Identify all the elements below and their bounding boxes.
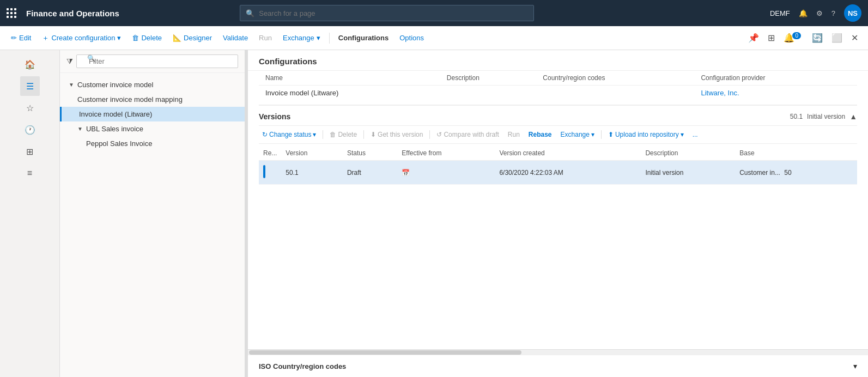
upload-repository-button[interactable]: ⬆ Upload into repository ▾	[605, 129, 687, 140]
description-cell: Initial version	[641, 161, 735, 185]
ver-sep3	[429, 130, 430, 139]
exchange-version-button[interactable]: Exchange ▾	[557, 129, 598, 140]
tree-root[interactable]: ▼ Customer invoice model	[60, 77, 245, 92]
edit-button[interactable]: ✏ Edit	[7, 32, 35, 44]
run-button[interactable]: Run	[254, 32, 276, 44]
download-icon: ⬇	[371, 131, 376, 138]
horizontal-scrollbar[interactable]	[248, 349, 868, 355]
col-name: Name	[259, 71, 440, 86]
help-icon[interactable]: ?	[831, 9, 835, 17]
tree-child4[interactable]: Peppol Sales Invoice	[60, 136, 245, 151]
chevron-down-icon: ▼	[77, 126, 83, 132]
run-version-button[interactable]: Run	[505, 129, 523, 140]
rebase-button[interactable]: Rebase	[525, 129, 555, 140]
left-panel: ⧩ 🔍 ▼ Customer invoice model Customer in…	[60, 50, 245, 377]
versions-delete-button[interactable]: 🗑 Delete	[326, 129, 360, 140]
configurations-header: Configurations	[248, 50, 868, 71]
chevron-down-icon: ▾	[591, 131, 594, 138]
chevron-down-icon: ▾	[681, 131, 684, 138]
sidebar-star-icon[interactable]: ☆	[20, 98, 40, 118]
configurations-button[interactable]: Configurations	[334, 32, 393, 44]
configuration-tree: ▼ Customer invoice model Customer invoic…	[60, 73, 245, 377]
app-grid-icon[interactable]	[7, 8, 16, 18]
filter-bar: ⧩ 🔍	[60, 50, 245, 73]
table-row[interactable]: 50.1 Draft 📅 6/30/2020 4:22:03 AM Initia…	[259, 161, 857, 185]
restore-button[interactable]: ⬜	[828, 31, 846, 45]
sidebar-filter-icon[interactable]: ☰	[20, 76, 40, 96]
sidebar-list-icon[interactable]: ≡	[20, 163, 40, 183]
filter-search-icon: 🔍	[87, 54, 95, 62]
versions-table: Re... Version Status Effective from Vers…	[259, 146, 857, 185]
more-button[interactable]: ...	[689, 129, 701, 140]
versions-header: Versions 50.1 Initial version ▲	[259, 112, 857, 121]
compare-draft-button[interactable]: ↺ Compare with draft	[433, 129, 502, 140]
sidebar-home-icon[interactable]: 🏠	[20, 54, 40, 74]
col-created: Version created	[495, 146, 641, 161]
base-link[interactable]: Customer in...	[739, 169, 780, 177]
panel-title: Configurations	[259, 57, 857, 66]
pin-button[interactable]: 📌	[745, 31, 762, 45]
config-table: Name Description Country/region codes Co…	[259, 71, 857, 100]
sidebar-grid-icon[interactable]: ⊞	[20, 142, 40, 161]
global-search[interactable]: 🔍	[240, 5, 534, 21]
ver-sep2	[363, 130, 364, 139]
search-icon: 🔍	[246, 9, 254, 17]
designer-button[interactable]: 📐 Designer	[168, 32, 216, 44]
refresh-icon: ↻	[262, 131, 268, 138]
plus-icon: ＋	[42, 33, 49, 43]
tree-child2[interactable]: Invoice model (Litware)	[60, 107, 245, 121]
provider-value[interactable]: Litware, Inc.	[694, 86, 857, 101]
version-label: Initial version	[807, 113, 845, 120]
calendar-icon[interactable]: 📅	[402, 169, 410, 177]
iso-title: ISO Country/region codes	[259, 362, 346, 370]
description-value	[440, 86, 537, 101]
country-value	[536, 86, 694, 101]
expand-button[interactable]: ⊞	[764, 31, 778, 45]
funnel-icon: ⧩	[66, 57, 73, 66]
get-version-button[interactable]: ⬇ Get this version	[367, 129, 426, 140]
config-info: Name Description Country/region codes Co…	[248, 71, 868, 105]
company-label: DEMF	[770, 9, 790, 17]
filter-input[interactable]	[76, 54, 238, 68]
collapse-icon[interactable]: ▲	[849, 112, 857, 121]
upload-icon: ⬆	[608, 131, 614, 138]
col-country: Country/region codes	[536, 71, 694, 86]
create-config-button[interactable]: ＋ Create configuration ▾	[38, 31, 125, 45]
created-cell: 6/30/2020 4:22:03 AM	[495, 161, 641, 185]
delete-icon: 🗑	[330, 131, 336, 138]
chevron-down-icon: ▾	[117, 34, 121, 42]
sidebar: 🏠 ☰ ☆ 🕐 ⊞ ≡	[0, 50, 60, 377]
main-toolbar: ✏ Edit ＋ Create configuration ▾ 🗑 Delete…	[0, 26, 868, 50]
top-nav: Finance and Operations 🔍 DEMF 🔔 ⚙ ? NS	[0, 0, 868, 26]
iso-chevron-icon[interactable]: ▾	[853, 362, 857, 370]
notification-icon[interactable]: 🔔	[799, 9, 808, 17]
toolbar-sep	[329, 33, 330, 44]
row-left-indicator	[263, 165, 265, 178]
search-input[interactable]	[259, 9, 528, 17]
settings-icon[interactable]: ⚙	[816, 9, 823, 17]
col-status: Status	[343, 146, 397, 161]
col-description: Description	[641, 146, 735, 161]
version-number: 50.1	[790, 113, 803, 120]
delete-button[interactable]: 🗑 Delete	[128, 32, 166, 44]
col-re: Re...	[259, 146, 281, 161]
tree-child1[interactable]: Customer invoice model mapping	[60, 92, 245, 107]
options-button[interactable]: Options	[395, 32, 428, 44]
edit-icon: ✏	[11, 34, 17, 42]
avatar[interactable]: NS	[844, 4, 861, 22]
change-status-button[interactable]: ↻ Change status ▾	[259, 129, 319, 140]
app-title: Finance and Operations	[26, 9, 119, 18]
designer-icon: 📐	[173, 34, 181, 42]
exchange-button[interactable]: Exchange ▾	[278, 32, 325, 44]
ver-sep1	[323, 130, 323, 139]
col-base: Base	[735, 146, 857, 161]
close-button[interactable]: ✕	[848, 31, 861, 45]
validate-button[interactable]: Validate	[218, 32, 252, 44]
notifications-button[interactable]: 🔔0	[780, 31, 806, 45]
base-num[interactable]: 50	[784, 169, 791, 177]
tree-child3[interactable]: ▼ UBL Sales invoice	[60, 121, 245, 136]
version-cell: 50.1	[281, 161, 343, 185]
refresh-button[interactable]: 🔄	[809, 31, 826, 45]
sidebar-clock-icon[interactable]: 🕐	[20, 120, 40, 139]
row-indicator-cell	[259, 161, 281, 185]
